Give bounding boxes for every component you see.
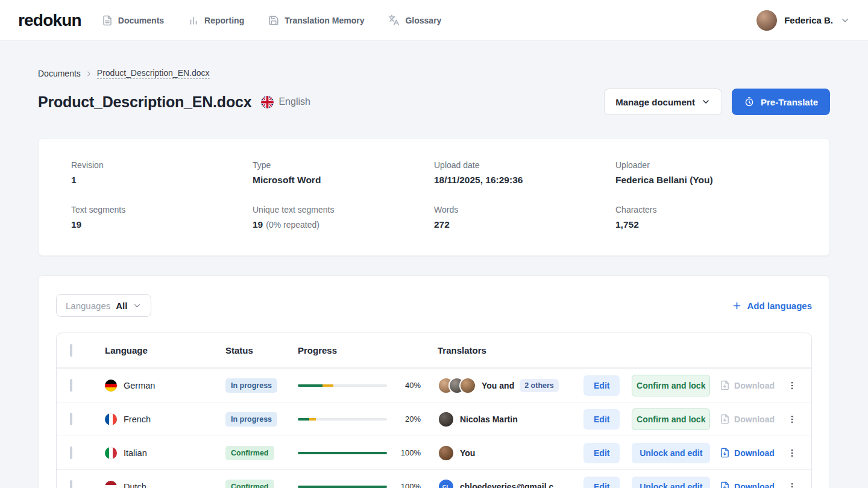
row-checkbox[interactable]	[70, 480, 72, 488]
confirm-and-lock-button[interactable]: Confirm and lock	[632, 375, 710, 396]
download-icon	[720, 448, 730, 458]
download-label: Download	[734, 448, 775, 458]
manage-document-button[interactable]: Manage document	[604, 89, 722, 115]
add-languages-button[interactable]: Add languages	[732, 301, 812, 311]
edit-button[interactable]: Edit	[583, 375, 620, 396]
nav-item-glossary[interactable]: Glossary	[388, 14, 441, 26]
add-languages-label: Add languages	[747, 301, 812, 311]
field-value: 19	[71, 219, 253, 230]
languages-filter-dropdown[interactable]: Languages All	[56, 294, 151, 317]
kebab-menu-icon[interactable]	[785, 412, 799, 427]
avatar-initials: CL	[438, 478, 454, 488]
field-label: Uploader	[615, 160, 797, 170]
edit-button[interactable]: Edit	[583, 477, 620, 488]
bar-chart-icon	[188, 15, 199, 26]
download-button[interactable]: Download	[720, 481, 785, 488]
field-value: 1	[71, 175, 253, 186]
row-checkbox[interactable]	[70, 379, 72, 392]
breadcrumb-documents-link[interactable]: Documents	[38, 69, 81, 78]
confirm-and-lock-button[interactable]: Confirm and lock	[632, 408, 710, 430]
field-label: Characters	[615, 205, 797, 214]
chevron-down-icon	[840, 16, 850, 25]
avatar	[459, 377, 476, 394]
download-label: Download	[734, 381, 775, 390]
translate-icon	[388, 14, 400, 26]
row-checkbox[interactable]	[70, 413, 72, 425]
row-checkbox[interactable]	[70, 446, 72, 459]
user-avatar	[756, 10, 777, 31]
info-field-type: Type Microsoft Word	[253, 160, 434, 186]
select-all-checkbox[interactable]	[70, 344, 72, 357]
progress-percent: 100%	[394, 448, 421, 457]
info-field-characters: Characters 1,752	[615, 205, 797, 230]
info-field-uploader: Uploader Federica Bellani (You)	[615, 160, 797, 186]
field-value: Microsoft Word	[253, 175, 434, 186]
field-value: 1,752	[615, 219, 797, 230]
info-field-revision: Revision 1	[71, 160, 253, 186]
kebab-menu-icon[interactable]	[785, 480, 799, 488]
pre-translate-button[interactable]: Pre-Translate	[732, 89, 830, 115]
uk-flag-icon	[261, 96, 274, 108]
download-icon	[720, 414, 730, 424]
download-icon	[720, 380, 730, 390]
field-value: 19(0% repeated)	[253, 219, 434, 230]
italian-flag-icon	[105, 447, 117, 459]
documents-icon	[102, 15, 113, 26]
languages-table: Language Status Progress Translators Ger…	[56, 333, 812, 488]
source-language-label: English	[278, 96, 310, 107]
info-field-words: Words 272	[434, 205, 615, 230]
nav-item-translation-memory[interactable]: Translation Memory	[268, 15, 364, 26]
download-button: Download	[720, 380, 785, 390]
filter-value: All	[116, 301, 127, 311]
download-button[interactable]: Download	[720, 448, 785, 458]
avatar	[438, 411, 454, 428]
kebab-menu-icon[interactable]	[785, 446, 799, 460]
translators-text: You and	[482, 381, 514, 390]
edit-button[interactable]: Edit	[583, 409, 620, 430]
french-flag-icon	[105, 413, 117, 425]
translator-name: chloedeveries@gmail.c...	[460, 482, 561, 488]
filter-label: Languages	[66, 301, 110, 311]
pre-translate-label: Pre-Translate	[761, 97, 818, 107]
field-label: Revision	[71, 160, 253, 170]
column-header-translators: Translators	[438, 345, 583, 355]
unlock-and-edit-button[interactable]: Unlock and edit	[632, 443, 710, 463]
table-row-german: German In progress 40% You	[57, 368, 811, 402]
nav-label-documents: Documents	[118, 16, 164, 25]
save-icon	[268, 15, 279, 26]
field-value: 18/11/2025, 16:29:36	[434, 175, 615, 186]
kebab-menu-icon[interactable]	[785, 378, 799, 393]
breadcrumb-current[interactable]: Product_Description_EN.docx	[97, 68, 210, 79]
field-value: Federica Bellani (You)	[615, 175, 797, 186]
languages-card: Languages All Add languages Language Sta…	[38, 275, 830, 488]
user-menu[interactable]: Federica B.	[756, 10, 850, 31]
translator-name: You	[460, 448, 475, 458]
page-title: Product_Description_EN.docx	[38, 93, 251, 111]
field-label: Type	[253, 160, 434, 170]
progress-percent: 40%	[394, 381, 421, 390]
edit-button[interactable]: Edit	[583, 443, 620, 463]
column-header-language: Language	[105, 345, 225, 355]
progress-bar	[298, 418, 387, 421]
languages-toolbar: Languages All Add languages	[56, 294, 812, 317]
download-label: Download	[734, 482, 775, 488]
progress-percent: 100%	[394, 482, 421, 488]
nav-item-documents[interactable]: Documents	[102, 15, 164, 26]
translator-name: Nicolas Martin	[460, 414, 518, 424]
field-label: Unique text segments	[253, 205, 434, 214]
stopwatch-icon	[744, 96, 755, 107]
progress-bar	[298, 452, 387, 454]
language-name: Italian	[124, 448, 147, 458]
manage-document-label: Manage document	[615, 97, 695, 107]
nav-item-reporting[interactable]: Reporting	[188, 15, 244, 26]
breadcrumb: Documents Product_Description_EN.docx	[38, 68, 830, 79]
repeated-note: (0% repeated)	[266, 220, 319, 230]
download-icon	[720, 481, 730, 488]
status-badge: Confirmed	[225, 446, 274, 460]
unlock-and-edit-button[interactable]: Unlock and edit	[632, 477, 710, 488]
plus-icon	[732, 301, 742, 311]
table-row-dutch: Dutch Confirmed 100% CL chloedeveries@gm…	[57, 469, 811, 488]
others-count-badge[interactable]: 2 others	[520, 379, 559, 392]
status-badge: In progress	[225, 412, 277, 427]
redokun-logo[interactable]: redokun	[18, 11, 81, 30]
